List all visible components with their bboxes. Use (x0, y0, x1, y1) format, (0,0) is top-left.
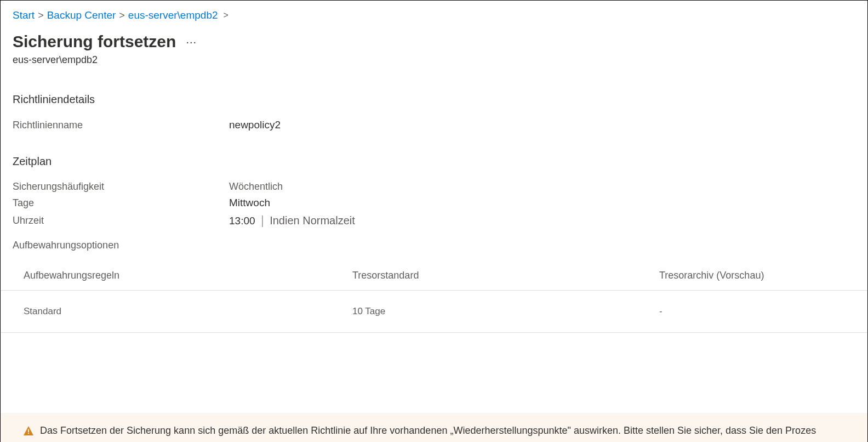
frequency-label: Sicherungshäufigkeit (13, 181, 229, 192)
column-header-rules: Aufbewahrungsregeln (24, 270, 352, 281)
page-subtitle: eus-server\empdb2 (1, 54, 867, 82)
rule-standard-cell: 10 Tage (352, 306, 659, 317)
policy-name-label: Richtlinienname (13, 120, 229, 131)
more-actions-button[interactable]: ··· (186, 36, 197, 48)
breadcrumb: Start > Backup Center > eus-server\empdb… (1, 1, 867, 26)
retention-options-label: Aufbewahrungsoptionen (1, 232, 867, 251)
table-header-row: Aufbewahrungsregeln Tresorstandard Treso… (1, 261, 867, 291)
time-label: Uhrzeit (13, 215, 229, 226)
svg-rect-1 (28, 433, 29, 434)
page-title: Sicherung fortsetzen (13, 32, 176, 51)
policy-details-heading: Richtliniendetails (13, 93, 855, 106)
breadcrumb-item-resource[interactable]: eus-server\empdb2 (128, 9, 218, 21)
retention-table: Aufbewahrungsregeln Tresorstandard Treso… (1, 261, 867, 333)
rule-name-cell: Standard (24, 306, 352, 317)
policy-name-value: newpolicy2 (229, 119, 281, 131)
breadcrumb-item-backup-center[interactable]: Backup Center (47, 9, 116, 21)
days-row: Tage Mittwoch (13, 197, 855, 209)
timezone-value: Indien Normalzeit (270, 214, 355, 226)
warning-text: Das Fortsetzen der Sicherung kann sich g… (40, 425, 816, 437)
column-header-standard: Tresorstandard (352, 270, 659, 281)
frequency-row: Sicherungshäufigkeit Wöchentlich (13, 181, 855, 192)
time-value: 13:00 (229, 215, 255, 226)
time-separator: | (261, 213, 264, 227)
page-header: Sicherung fortsetzen ··· (1, 26, 867, 54)
time-value-wrapper: 13:00 | Indien Normalzeit (229, 213, 355, 228)
schedule-heading: Zeitplan (13, 155, 855, 168)
column-header-archive: Tresorarchiv (Vorschau) (659, 270, 855, 281)
warning-banner: Das Fortsetzen der Sicherung kann sich g… (1, 413, 867, 442)
policy-name-row: Richtlinienname newpolicy2 (13, 119, 855, 131)
warning-icon (24, 426, 33, 436)
policy-details-section: Richtliniendetails Richtlinienname newpo… (1, 93, 867, 131)
rule-archive-cell: - (659, 306, 855, 317)
time-row: Uhrzeit 13:00 | Indien Normalzeit (13, 213, 855, 228)
days-label: Tage (13, 197, 229, 209)
chevron-right-icon: > (224, 10, 229, 20)
days-value: Mittwoch (229, 197, 270, 209)
breadcrumb-item-start[interactable]: Start (13, 9, 35, 21)
svg-rect-0 (28, 429, 29, 433)
schedule-section: Zeitplan Sicherungshäufigkeit Wöchentlic… (1, 155, 867, 228)
breadcrumb-separator: > (38, 10, 44, 21)
frequency-value: Wöchentlich (229, 181, 283, 192)
breadcrumb-separator: > (119, 10, 125, 21)
table-row: Standard 10 Tage - (1, 291, 867, 333)
